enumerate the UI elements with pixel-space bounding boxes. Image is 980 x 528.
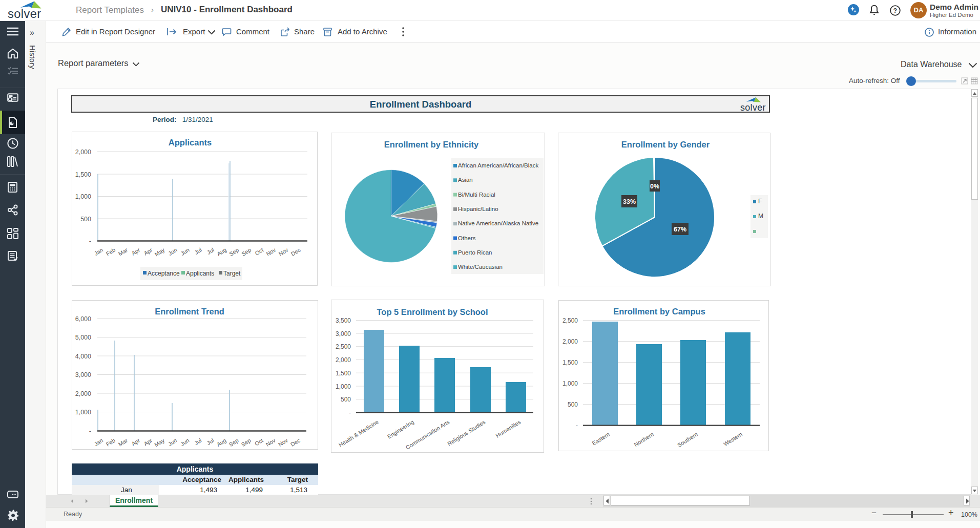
svg-text:Top 5 Enrollment by School: Top 5 Enrollment by School — [377, 307, 488, 316]
svg-text:500: 500 — [341, 396, 351, 403]
svg-text:500: 500 — [80, 216, 91, 223]
svg-text:2,000: 2,000 — [336, 356, 351, 364]
svg-text:1,000: 1,000 — [75, 193, 91, 200]
svg-text:solver: solver — [740, 102, 766, 112]
svg-text:Enrollment Trend: Enrollment Trend — [155, 307, 224, 316]
svg-text:67%: 67% — [674, 226, 686, 233]
svg-text:Applicants: Applicants — [169, 138, 212, 147]
svg-text:Puerto Rican: Puerto Rican — [458, 249, 492, 256]
svg-text:3,000: 3,000 — [75, 371, 91, 378]
svg-text:1,500: 1,500 — [562, 359, 578, 366]
svg-text:Native American/Alaska Native: Native American/Alaska Native — [458, 220, 538, 226]
svg-text:-: - — [576, 422, 578, 429]
svg-text:0%: 0% — [650, 183, 659, 190]
svg-text:1,500: 1,500 — [336, 370, 351, 377]
svg-text:M: M — [758, 213, 763, 220]
svg-text:Hispanic/Latino: Hispanic/Latino — [458, 206, 498, 212]
svg-text:2,500: 2,500 — [336, 343, 351, 350]
svg-text:Enrollment by Ethnicity: Enrollment by Ethnicity — [384, 140, 479, 149]
svg-text:3,500: 3,500 — [336, 317, 351, 324]
svg-text:African American/African/Black: African American/African/Black — [458, 162, 538, 168]
svg-text:-: - — [349, 409, 351, 416]
svg-text:Asian: Asian — [458, 177, 473, 183]
svg-text:Acceptance: Acceptance — [148, 270, 180, 277]
svg-text:1,500: 1,500 — [75, 171, 91, 178]
svg-text:Enrollment by Campus: Enrollment by Campus — [613, 307, 705, 316]
svg-text:1,000: 1,000 — [336, 383, 351, 390]
svg-text:2,000: 2,000 — [75, 149, 91, 156]
svg-text:4,000: 4,000 — [75, 353, 91, 360]
svg-text:1,000: 1,000 — [562, 380, 578, 387]
svg-text:-: - — [89, 238, 91, 245]
svg-text:solver: solver — [8, 7, 41, 20]
svg-text:1,000: 1,000 — [75, 409, 91, 416]
svg-text:33%: 33% — [623, 198, 636, 205]
svg-text:2,000: 2,000 — [562, 338, 578, 345]
svg-text:-: - — [89, 428, 91, 435]
svg-text:?: ? — [893, 7, 897, 14]
svg-text:2,000: 2,000 — [75, 390, 91, 397]
svg-text:Others: Others — [458, 235, 476, 241]
svg-text:3,000: 3,000 — [336, 330, 351, 337]
svg-text:Enrollment by Gender: Enrollment by Gender — [621, 140, 710, 149]
svg-text:500: 500 — [568, 401, 578, 408]
svg-text:Bi/Multi Racial: Bi/Multi Racial — [458, 192, 495, 198]
svg-text:2,500: 2,500 — [562, 317, 578, 324]
svg-text:Applicants: Applicants — [186, 270, 214, 277]
svg-text:6,000: 6,000 — [75, 315, 91, 323]
svg-text:Target: Target — [223, 270, 241, 277]
svg-text:F: F — [758, 198, 762, 205]
svg-text:5,000: 5,000 — [75, 334, 91, 341]
svg-text:White/Caucasian: White/Caucasian — [458, 264, 503, 270]
